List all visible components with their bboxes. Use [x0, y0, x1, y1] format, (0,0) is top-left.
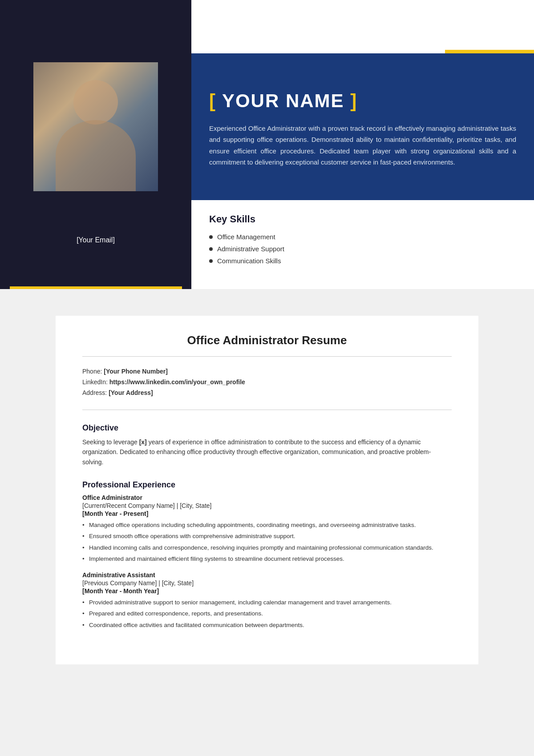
skills-area: Key Skills Office Management Administrat… — [191, 200, 534, 289]
skill-item-2: Administrative Support — [209, 245, 516, 253]
job-bullet-2-1: Provided administrative support to senio… — [82, 598, 452, 607]
summary-text: Experienced Office Administrator with a … — [209, 123, 516, 168]
profile-photo — [33, 62, 158, 191]
skill-item-1: Office Management — [209, 233, 516, 241]
job-block-2: Administrative Assistant [Previous Compa… — [82, 571, 452, 630]
address-line: Address: [Your Address] — [82, 389, 452, 396]
bullet-icon — [209, 247, 213, 251]
job-title-1: Office Administrator — [82, 494, 452, 501]
email-display: [Your Email] — [77, 236, 115, 244]
job-bullet-1-1: Managed office operations including sche… — [82, 521, 452, 530]
top-bar-left — [0, 0, 191, 53]
job-bullet-1-2: Ensured smooth office operations with co… — [82, 532, 452, 541]
skills-title: Key Skills — [209, 213, 516, 225]
job-company-2: [Previous Company Name] | [City, State] — [82, 579, 452, 587]
contact-skills-section: [Your Email] Key Skills Office Managemen… — [0, 200, 534, 289]
top-bar — [0, 0, 534, 53]
experience-title: Professional Experience — [82, 480, 452, 490]
job-bullet-1-4: Implemented and maintained efficient fil… — [82, 555, 452, 563]
job-date-1: [Month Year - Present] — [82, 510, 452, 517]
contact-left: [Your Email] — [0, 200, 191, 289]
skill-item-3: Communication Skills — [209, 257, 516, 265]
job-date-2: [Month Year - Month Year] — [82, 587, 452, 595]
resume-main: Office Administrator Resume Phone: [Your… — [56, 316, 478, 664]
phone-line: Phone: [Your Phone Number] — [82, 368, 452, 375]
objective-title: Objective — [82, 423, 452, 433]
header-photo-area — [0, 53, 191, 200]
header-section: [ YOUR NAME ] Experienced Office Adminis… — [0, 53, 534, 200]
yellow-line-accent — [10, 286, 182, 289]
job-bullet-2-2: Prepared and edited correspondence, repo… — [82, 609, 452, 618]
gap-area — [0, 289, 534, 316]
name-display: [ YOUR NAME ] — [209, 90, 516, 112]
job-bullet-2-3: Coordinated office activities and facili… — [82, 621, 452, 630]
divider-2 — [82, 410, 452, 410]
objective-text: Seeking to leverage [x] years of experie… — [82, 437, 452, 467]
bullet-icon — [209, 259, 213, 263]
top-bar-right — [191, 0, 534, 53]
header-info-area: [ YOUR NAME ] Experienced Office Adminis… — [191, 53, 534, 200]
divider-top — [82, 356, 452, 357]
job-bullet-1-3: Handled incoming calls and correspondenc… — [82, 543, 452, 552]
bullet-icon — [209, 235, 213, 239]
job-block-1: Office Administrator [Current/Recent Com… — [82, 494, 452, 563]
linkedin-line: LinkedIn: https://www.linkedin.com/in/yo… — [82, 378, 452, 386]
job-company-1: [Current/Recent Company Name] | [City, S… — [82, 502, 452, 509]
resume-doc-title: Office Administrator Resume — [82, 334, 452, 347]
job-title-2: Administrative Assistant — [82, 571, 452, 579]
yellow-accent-top — [445, 50, 534, 53]
contact-info-section: Phone: [Your Phone Number] LinkedIn: htt… — [82, 368, 452, 396]
